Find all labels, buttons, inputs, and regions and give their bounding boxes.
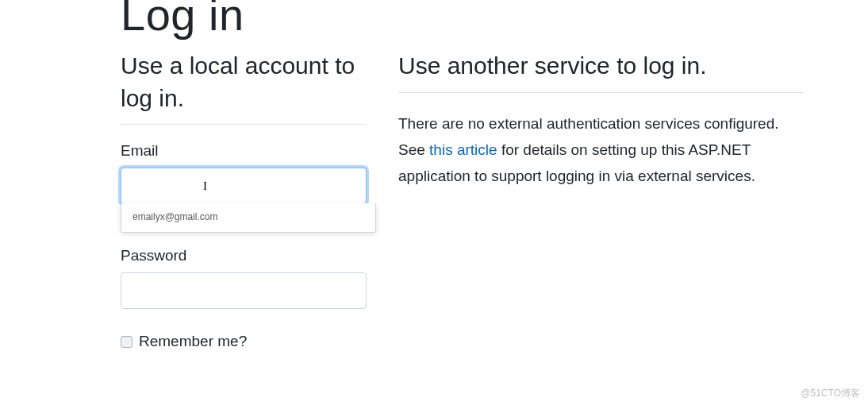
autocomplete-suggestion[interactable]: emailyx@gmail.com — [121, 203, 375, 232]
remember-me-label: Remember me? — [139, 333, 247, 350]
external-login-description: There are no external authentication ser… — [398, 110, 803, 190]
password-input[interactable] — [121, 272, 367, 309]
email-input[interactable] — [121, 168, 367, 204]
external-login-heading: Use another service to log in. — [398, 50, 803, 83]
local-login-section: Use a local account to log in. Email I e… — [121, 50, 367, 350]
password-label: Password — [121, 247, 367, 264]
autocomplete-dropdown: emailyx@gmail.com — [121, 203, 376, 233]
page-title: Log in — [121, 0, 836, 40]
section-divider — [398, 92, 803, 93]
remember-me-checkbox[interactable] — [121, 336, 133, 348]
external-article-link[interactable]: this article — [429, 141, 497, 158]
watermark: @51CTO博客 — [801, 387, 860, 400]
email-label: Email — [121, 142, 367, 160]
local-login-heading: Use a local account to log in. — [121, 50, 367, 114]
section-divider — [121, 124, 367, 125]
external-login-section: Use another service to log in. There are… — [398, 50, 803, 350]
